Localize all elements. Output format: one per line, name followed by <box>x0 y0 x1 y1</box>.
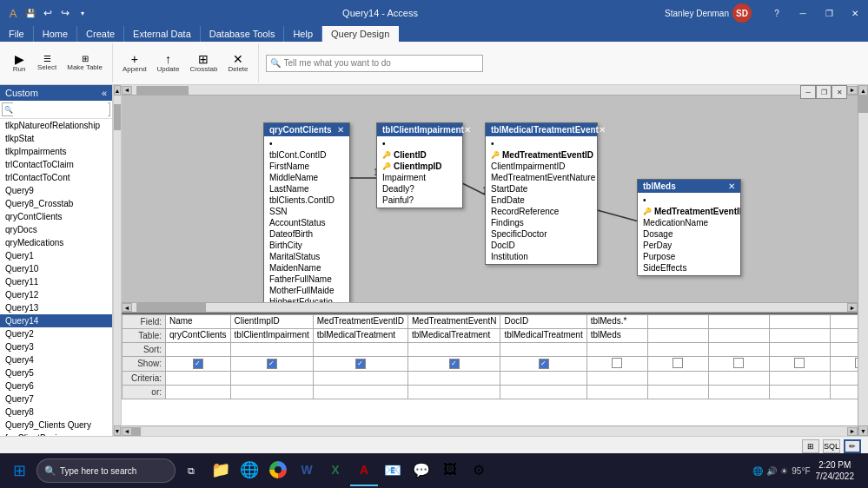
grid-cell-criteria-2[interactable] <box>230 372 313 386</box>
taskbar-app-settings[interactable]: ⚙ <box>465 455 493 486</box>
grid-scroll-right[interactable]: ► <box>847 427 858 436</box>
field-tblClients-ContID[interactable]: tblClients.ContID <box>264 195 349 206</box>
grid-cell-field-9[interactable] <box>769 315 830 329</box>
grid-cell-or-6[interactable] <box>586 386 647 399</box>
grid-cell-criteria-9[interactable] <box>769 372 830 386</box>
field-ClientImpairmentID[interactable]: ClientImpairmentID <box>486 161 597 172</box>
grid-cell-sort-8[interactable] <box>708 343 769 357</box>
nav-item-query11[interactable]: Query11 <box>0 275 112 288</box>
field-LastName[interactable]: LastName <box>264 183 349 195</box>
grid-cell-or-8[interactable] <box>708 386 769 399</box>
inner-minimize-btn[interactable]: ─ <box>800 85 816 99</box>
grid-cell-table-9[interactable] <box>769 329 830 343</box>
grid-hscroll[interactable]: ◄ ► <box>122 425 858 436</box>
grid-cell-or-10[interactable] <box>830 386 858 399</box>
grid-cell-field-10[interactable] <box>830 315 858 329</box>
field-BirthCity[interactable]: BirthCity <box>264 240 349 251</box>
checkbox-show-7[interactable] <box>673 358 683 368</box>
checkbox-show-3[interactable] <box>355 359 366 369</box>
update-btn[interactable]: ↑ Update <box>153 50 184 76</box>
grid-cell-field-5[interactable]: DocID <box>500 315 586 329</box>
nav-item-tlkpImpairments[interactable]: tlkpImpairments <box>0 145 112 158</box>
grid-scroll-thumb-left[interactable] <box>132 427 141 436</box>
grid-cell-show-8[interactable] <box>708 357 769 372</box>
hscroll-right-btn[interactable]: ► <box>847 303 858 312</box>
scroll-right-btn[interactable]: ► <box>847 86 858 95</box>
checkbox-show-8[interactable] <box>733 358 744 368</box>
close-btn[interactable]: ✕ <box>842 3 868 23</box>
grid-cell-show-4[interactable] <box>407 357 500 372</box>
checkbox-show-4[interactable] <box>449 359 460 369</box>
nav-item-query4[interactable]: Query4 <box>0 353 112 366</box>
taskbar-clock[interactable]: 2:20 PM 7/24/2022 <box>816 459 855 482</box>
field-MedTreatmentEventID[interactable]: 🔑MedTreatmentEventID <box>486 149 597 161</box>
grid-cell-sort-7[interactable] <box>647 343 708 357</box>
grid-cell-sort-9[interactable] <box>769 343 830 357</box>
grid-cell-or-7[interactable] <box>647 386 708 399</box>
taskbar-app-teams[interactable]: 💬 <box>407 455 435 486</box>
grid-cell-table-3[interactable]: tblMedicalTreatment <box>313 329 407 343</box>
grid-cell-table-5[interactable]: tblMedicalTreatment <box>500 329 586 343</box>
grid-cell-table-1[interactable]: qryContClients <box>166 329 231 343</box>
design-bottom-hscroll[interactable]: ◄ ► <box>122 302 858 313</box>
grid-cell-sort-1[interactable] <box>166 343 231 357</box>
tab-help[interactable]: Help <box>284 26 322 42</box>
field-SideEffects[interactable]: SideEffects <box>638 262 740 274</box>
make-table-btn[interactable]: ⊞ Make Table <box>63 52 107 74</box>
grid-cell-field-8[interactable] <box>708 315 769 329</box>
grid-cell-or-1[interactable] <box>166 386 231 399</box>
field-Purpose[interactable]: Purpose <box>638 251 740 262</box>
minimize-btn[interactable]: ─ <box>790 3 816 23</box>
grid-cell-or-3[interactable] <box>313 386 407 399</box>
grid-cell-field-6[interactable]: tblMeds.* <box>586 315 647 329</box>
taskbar-app-photos[interactable]: 🖼 <box>436 455 464 486</box>
table-close-tblClientImpairment[interactable]: ✕ <box>464 125 471 135</box>
undo-btn[interactable]: ↩ <box>40 5 56 21</box>
show-desktop-btn[interactable] <box>859 455 865 486</box>
grid-cell-sort-3[interactable] <box>313 343 407 357</box>
field-MaritalStatus[interactable]: MaritalStatus <box>264 251 349 262</box>
nav-scroll-up[interactable]: ▲ <box>114 85 121 96</box>
taskbar-app-chrome[interactable] <box>264 455 292 486</box>
field-PerDay[interactable]: PerDay <box>638 240 740 251</box>
table-header-tblMeds[interactable]: tblMeds ✕ <box>638 180 740 193</box>
nav-item-qryContClients[interactable]: qryContClients <box>0 210 112 223</box>
grid-cell-criteria-8[interactable] <box>708 372 769 386</box>
grid-cell-show-7[interactable] <box>647 357 708 372</box>
taskbar-search[interactable]: 🔍 Type here to search <box>36 458 176 483</box>
field-Impairment[interactable]: Impairment <box>377 172 462 183</box>
search-input[interactable] <box>284 58 479 68</box>
nav-item-query3[interactable]: Query3 <box>0 340 112 353</box>
grid-cell-criteria-4[interactable] <box>407 372 500 386</box>
grid-cell-table-2[interactable]: tblClientImpairment <box>230 329 313 343</box>
task-view-btn[interactable]: ⧉ <box>177 455 205 486</box>
field-Findings[interactable]: Findings <box>486 217 597 228</box>
field-RecordReference[interactable]: RecordReference <box>486 206 597 217</box>
field-FatherFullName[interactable]: FatherFullName <box>264 274 349 285</box>
field-AccountStatus[interactable]: AccountStatus <box>264 217 349 228</box>
nav-item-query6[interactable]: Query6 <box>0 379 112 392</box>
scroll-left-btn[interactable]: ◄ <box>122 86 132 95</box>
inner-restore-btn[interactable]: ❐ <box>816 85 832 99</box>
grid-cell-field-4[interactable]: MedTreatmentEventN <box>407 315 500 329</box>
field-MedicationName[interactable]: MedicationName <box>638 217 740 228</box>
grid-cell-field-7[interactable] <box>647 315 708 329</box>
field-MaidenName[interactable]: MaidenName <box>264 262 349 274</box>
taskbar-app-edge[interactable]: 🌐 <box>235 455 263 486</box>
field-SSN[interactable]: SSN <box>264 206 349 217</box>
nav-item-query10[interactable]: Query10 <box>0 262 112 275</box>
nav-item-query13[interactable]: Query13 <box>0 301 112 314</box>
grid-cell-field-2[interactable]: ClientImpID <box>230 315 313 329</box>
restore-btn[interactable]: ❐ <box>816 3 842 23</box>
grid-cell-criteria-7[interactable] <box>647 372 708 386</box>
grid-cell-table-7[interactable] <box>647 329 708 343</box>
grid-cell-show-6[interactable] <box>586 357 647 372</box>
grid-cell-show-1[interactable] <box>166 357 231 372</box>
field-Deadly[interactable]: Deadly? <box>377 183 462 195</box>
field-ClientID[interactable]: 🔑ClientID <box>377 149 462 161</box>
redo-btn[interactable]: ↪ <box>57 5 73 21</box>
grid-scroll-left[interactable]: ◄ <box>122 427 132 436</box>
design-view-btn[interactable]: ✏ <box>844 439 861 453</box>
field-SpecificDoctor[interactable]: SpecificDoctor <box>486 228 597 240</box>
start-btn[interactable]: ⊞ <box>3 455 35 486</box>
